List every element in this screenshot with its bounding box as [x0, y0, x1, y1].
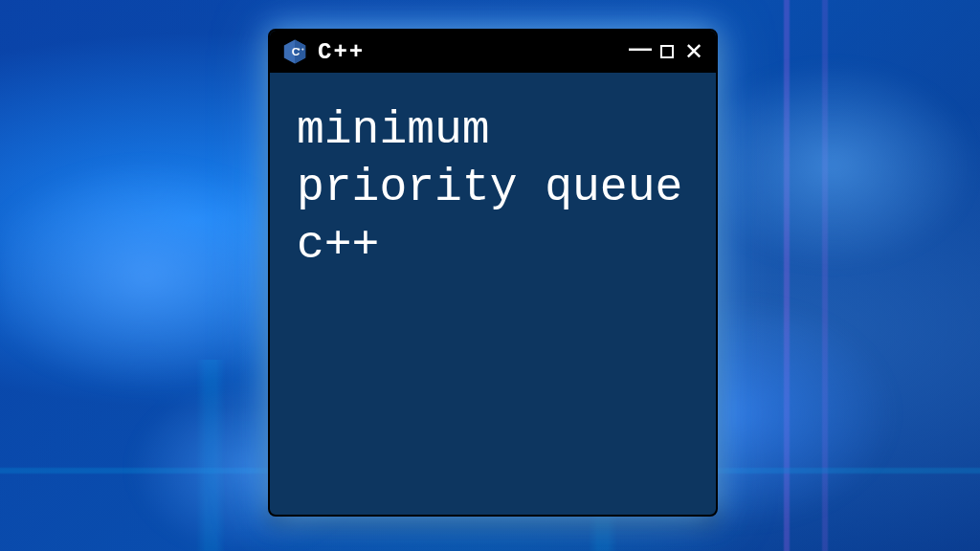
window-title: C++	[318, 39, 620, 65]
titlebar[interactable]: C + + C++ — ✕	[270, 31, 716, 73]
terminal-content: minimum priority queue c++	[270, 73, 716, 302]
close-button[interactable]: ✕	[683, 41, 704, 62]
terminal-text: minimum priority queue c++	[297, 101, 689, 274]
maximize-button[interactable]	[657, 41, 678, 62]
cpp-logo-icon: C + +	[281, 38, 308, 65]
svg-text:+: +	[301, 46, 304, 52]
terminal-window: C + + C++ — ✕ minimum priority queue c++	[268, 29, 718, 517]
minimize-button[interactable]: —	[630, 37, 651, 58]
svg-text:+: +	[298, 46, 301, 52]
window-controls: — ✕	[630, 41, 704, 62]
